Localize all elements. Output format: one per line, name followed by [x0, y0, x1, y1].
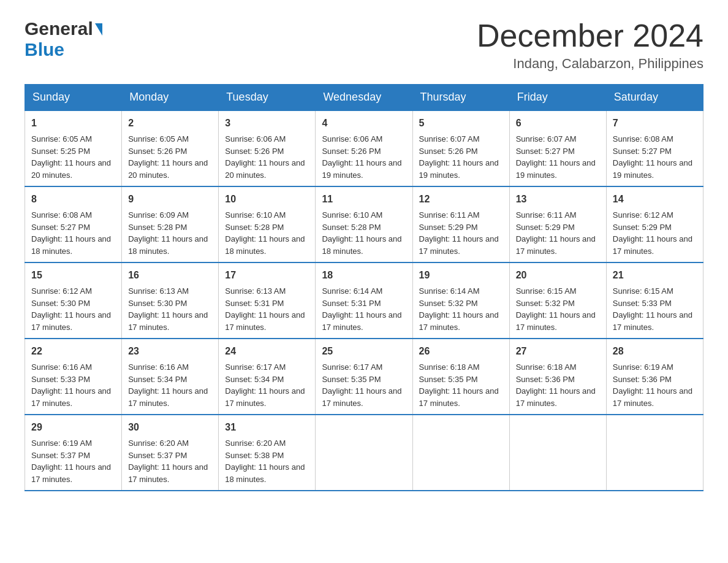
- calendar-cell: 21Sunrise: 6:15 AMSunset: 5:33 PMDayligh…: [606, 262, 703, 339]
- calendar-cell: 10Sunrise: 6:10 AMSunset: 5:28 PMDayligh…: [219, 186, 316, 262]
- calendar-header-row: SundayMondayTuesdayWednesdayThursdayFrid…: [25, 85, 703, 111]
- sunset-text: Sunset: 5:28 PM: [322, 221, 406, 234]
- daylight-text: Daylight: 11 hours and 17 minutes.: [419, 233, 503, 257]
- sunrise-text: Sunrise: 6:15 AM: [516, 285, 600, 297]
- sunset-text: Sunset: 5:30 PM: [31, 297, 115, 310]
- sunset-text: Sunset: 5:27 PM: [31, 221, 115, 234]
- calendar-cell: 20Sunrise: 6:15 AMSunset: 5:32 PMDayligh…: [509, 262, 606, 339]
- daylight-text: Daylight: 11 hours and 17 minutes.: [225, 385, 309, 409]
- calendar-cell: 22Sunrise: 6:16 AMSunset: 5:33 PMDayligh…: [25, 339, 122, 415]
- sunrise-text: Sunrise: 6:13 AM: [225, 285, 309, 297]
- daylight-text: Daylight: 11 hours and 17 minutes.: [31, 461, 115, 485]
- sunset-text: Sunset: 5:33 PM: [31, 373, 115, 386]
- sunrise-text: Sunrise: 6:20 AM: [225, 437, 309, 450]
- day-number: 31: [225, 420, 309, 435]
- calendar-cell: 7Sunrise: 6:08 AMSunset: 5:27 PMDaylight…: [606, 110, 703, 186]
- calendar-cell: 23Sunrise: 6:16 AMSunset: 5:34 PMDayligh…: [122, 339, 219, 415]
- calendar-cell: 8Sunrise: 6:08 AMSunset: 5:27 PMDaylight…: [25, 186, 122, 262]
- daylight-text: Daylight: 11 hours and 20 minutes.: [225, 157, 309, 181]
- calendar-cell: 11Sunrise: 6:10 AMSunset: 5:28 PMDayligh…: [316, 186, 412, 262]
- sunset-text: Sunset: 5:34 PM: [225, 373, 309, 386]
- sunset-text: Sunset: 5:33 PM: [613, 297, 697, 310]
- day-number: 1: [31, 116, 115, 131]
- sunrise-text: Sunrise: 6:07 AM: [419, 133, 503, 145]
- daylight-text: Daylight: 11 hours and 17 minutes.: [128, 461, 212, 485]
- calendar-week-3: 15Sunrise: 6:12 AMSunset: 5:30 PMDayligh…: [25, 262, 703, 339]
- sunset-text: Sunset: 5:32 PM: [419, 297, 503, 310]
- calendar-header-saturday: Saturday: [606, 85, 703, 111]
- day-number: 12: [419, 192, 503, 207]
- daylight-text: Daylight: 11 hours and 17 minutes.: [322, 385, 406, 409]
- calendar-cell: 14Sunrise: 6:12 AMSunset: 5:29 PMDayligh…: [606, 186, 703, 262]
- day-number: 20: [516, 268, 600, 283]
- daylight-text: Daylight: 11 hours and 19 minutes.: [419, 157, 503, 181]
- day-number: 14: [613, 192, 697, 207]
- calendar-cell: 1Sunrise: 6:05 AMSunset: 5:25 PMDaylight…: [25, 110, 122, 186]
- daylight-text: Daylight: 11 hours and 20 minutes.: [128, 157, 212, 181]
- day-number: 11: [322, 192, 406, 207]
- daylight-text: Daylight: 11 hours and 19 minutes.: [322, 157, 406, 181]
- sunset-text: Sunset: 5:32 PM: [516, 297, 600, 310]
- sunset-text: Sunset: 5:35 PM: [322, 373, 406, 386]
- calendar-header-monday: Monday: [122, 85, 219, 111]
- day-number: 9: [128, 192, 212, 207]
- calendar-cell: [606, 415, 703, 491]
- daylight-text: Daylight: 11 hours and 20 minutes.: [31, 157, 115, 181]
- sunset-text: Sunset: 5:25 PM: [31, 145, 115, 158]
- calendar-cell: 4Sunrise: 6:06 AMSunset: 5:26 PMDaylight…: [316, 110, 412, 186]
- calendar-header-tuesday: Tuesday: [219, 85, 316, 111]
- daylight-text: Daylight: 11 hours and 18 minutes.: [31, 233, 115, 257]
- calendar-cell: 3Sunrise: 6:06 AMSunset: 5:26 PMDaylight…: [219, 110, 316, 186]
- sunrise-text: Sunrise: 6:10 AM: [322, 209, 406, 221]
- sunrise-text: Sunrise: 6:16 AM: [31, 361, 115, 373]
- sunrise-text: Sunrise: 6:15 AM: [613, 285, 697, 297]
- day-number: 25: [322, 344, 406, 359]
- sunset-text: Sunset: 5:36 PM: [613, 373, 697, 386]
- sunset-text: Sunset: 5:38 PM: [225, 450, 309, 462]
- sunset-text: Sunset: 5:30 PM: [128, 297, 212, 310]
- day-number: 5: [419, 116, 503, 131]
- calendar-cell: 18Sunrise: 6:14 AMSunset: 5:31 PMDayligh…: [316, 262, 412, 339]
- daylight-text: Daylight: 11 hours and 17 minutes.: [225, 309, 309, 333]
- day-number: 22: [31, 344, 115, 359]
- calendar-cell: 28Sunrise: 6:19 AMSunset: 5:36 PMDayligh…: [606, 339, 703, 415]
- sunset-text: Sunset: 5:28 PM: [225, 221, 309, 234]
- sunset-text: Sunset: 5:26 PM: [225, 145, 309, 158]
- daylight-text: Daylight: 11 hours and 19 minutes.: [516, 157, 600, 181]
- day-number: 8: [31, 192, 115, 207]
- daylight-text: Daylight: 11 hours and 17 minutes.: [613, 385, 697, 409]
- sunrise-text: Sunrise: 6:19 AM: [31, 437, 115, 450]
- day-number: 3: [225, 116, 309, 131]
- day-number: 6: [516, 116, 600, 131]
- calendar-cell: 19Sunrise: 6:14 AMSunset: 5:32 PMDayligh…: [412, 262, 509, 339]
- day-number: 26: [419, 344, 503, 359]
- calendar-cell: 26Sunrise: 6:18 AMSunset: 5:35 PMDayligh…: [412, 339, 509, 415]
- calendar-cell: 29Sunrise: 6:19 AMSunset: 5:37 PMDayligh…: [25, 415, 122, 491]
- sunrise-text: Sunrise: 6:05 AM: [128, 133, 212, 145]
- sunrise-text: Sunrise: 6:10 AM: [225, 209, 309, 221]
- day-number: 16: [128, 268, 212, 283]
- calendar-cell: 5Sunrise: 6:07 AMSunset: 5:26 PMDaylight…: [412, 110, 509, 186]
- day-number: 13: [516, 192, 600, 207]
- calendar-cell: 31Sunrise: 6:20 AMSunset: 5:38 PMDayligh…: [219, 415, 316, 491]
- daylight-text: Daylight: 11 hours and 18 minutes.: [225, 461, 309, 485]
- sunset-text: Sunset: 5:28 PM: [128, 221, 212, 234]
- calendar-week-2: 8Sunrise: 6:08 AMSunset: 5:27 PMDaylight…: [25, 186, 703, 262]
- day-number: 27: [516, 344, 600, 359]
- day-number: 17: [225, 268, 309, 283]
- day-number: 4: [322, 116, 406, 131]
- sunrise-text: Sunrise: 6:06 AM: [225, 133, 309, 145]
- sunrise-text: Sunrise: 6:16 AM: [128, 361, 212, 373]
- sunset-text: Sunset: 5:31 PM: [322, 297, 406, 310]
- sunrise-text: Sunrise: 6:12 AM: [31, 285, 115, 297]
- sunrise-text: Sunrise: 6:17 AM: [225, 361, 309, 373]
- month-title: December 2024: [477, 18, 703, 53]
- day-number: 29: [31, 420, 115, 435]
- daylight-text: Daylight: 11 hours and 18 minutes.: [128, 233, 212, 257]
- sunrise-text: Sunrise: 6:12 AM: [613, 209, 697, 221]
- logo-arrow-icon: [95, 23, 102, 36]
- title-section: December 2024 Indang, Calabarzon, Philip…: [477, 18, 703, 72]
- sunrise-text: Sunrise: 6:05 AM: [31, 133, 115, 145]
- daylight-text: Daylight: 11 hours and 17 minutes.: [322, 309, 406, 333]
- daylight-text: Daylight: 11 hours and 17 minutes.: [128, 385, 212, 409]
